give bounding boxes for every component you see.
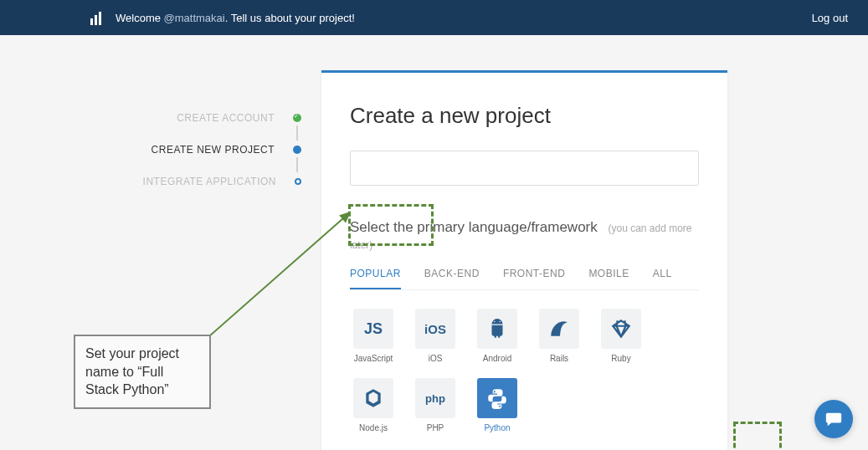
tile-label: Ruby [598,354,645,363]
page-title: Create a new project [350,103,699,129]
tile-label: Node.js [350,423,397,432]
step-create-new-project: CREATE NEW PROJECT [130,134,301,166]
circle-icon [295,178,301,185]
section-label: Select the primary language/framework (y… [350,219,699,253]
node-icon [353,378,393,418]
check-icon [293,114,301,122]
username: @mattmakai [164,12,225,24]
logout-link[interactable]: Log out [812,12,848,24]
tile-label: Android [474,354,521,363]
tab-all[interactable]: ALL [653,268,672,289]
step-integrate-application: INTEGRATE APPLICATION [130,166,301,197]
tab-backend[interactable]: BACK-END [424,268,480,289]
onboarding-steps: CREATE ACCOUNT CREATE NEW PROJECT INTEGR… [130,102,301,197]
welcome-prefix: Welcome [116,12,164,24]
annotation-highlight-python [733,422,782,450]
logo-icon [90,10,105,25]
step-label: INTEGRATE APPLICATION [143,176,276,187]
tile-ruby[interactable]: Ruby [598,309,645,363]
ios-icon: iOS [415,309,455,349]
section-label-text: Select the primary language/framework [350,219,598,235]
step-create-account: CREATE ACCOUNT [130,102,301,134]
tab-mobile[interactable]: MOBILE [588,268,629,289]
tile-label: Rails [536,354,583,363]
tile-nodejs[interactable]: Node.js [350,378,397,432]
tab-frontend[interactable]: FRONT-END [503,268,566,289]
android-icon [477,309,517,349]
tile-label: PHP [412,423,459,432]
chat-launcher-button[interactable] [814,400,853,438]
tile-javascript[interactable]: JS JavaScript [350,309,397,363]
welcome-text: Welcome @mattmakai. Tell us about your p… [116,12,355,24]
php-icon: php [415,378,455,418]
tile-label: Python [474,423,521,432]
tile-python[interactable]: Python [474,378,521,432]
framework-tabs: POPULAR BACK-END FRONT-END MOBILE ALL [350,268,699,290]
step-label: CREATE ACCOUNT [177,112,275,124]
dot-icon [293,146,301,154]
rails-icon [539,309,579,349]
welcome-suffix: . Tell us about your project! [225,12,355,24]
python-icon [477,378,517,418]
tile-ios[interactable]: iOS iOS [412,309,459,363]
create-project-card: Create a new project Select the primary … [321,70,727,450]
chat-icon [824,410,843,428]
tile-label: JavaScript [350,354,397,363]
js-icon: JS [353,309,393,349]
project-name-input[interactable] [350,151,699,186]
tile-label: iOS [412,354,459,363]
tile-android[interactable]: Android [474,309,521,363]
tile-rails[interactable]: Rails [536,309,583,363]
topbar: Welcome @mattmakai. Tell us about your p… [0,0,868,35]
framework-tiles: JS JavaScript iOS iOS Android Rails [350,309,699,432]
annotation-callout: Set your project name to “Full Stack Pyt… [74,335,211,409]
annotation-text: Set your project name to “Full Stack Pyt… [85,346,179,396]
tile-php[interactable]: php PHP [412,378,459,432]
ruby-icon [601,309,641,349]
step-label: CREATE NEW PROJECT [152,144,275,156]
tab-popular[interactable]: POPULAR [350,268,401,289]
